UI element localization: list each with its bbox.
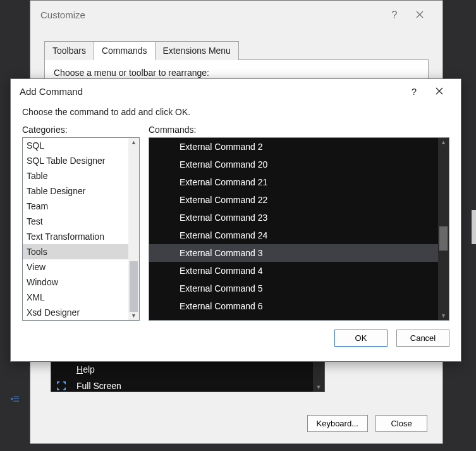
command-item[interactable]: External Command 24 <box>149 226 438 244</box>
command-item[interactable]: External Command 22 <box>149 191 438 209</box>
category-item[interactable]: Xsd Designer <box>23 305 128 320</box>
category-item[interactable]: Text Transformation <box>23 229 128 244</box>
chevron-down-icon[interactable]: ▼ <box>441 312 446 319</box>
scrollbar[interactable]: ▼ <box>313 361 324 392</box>
add-command-titlebar: Add Command ? <box>11 79 461 103</box>
category-item[interactable]: Window <box>23 275 128 290</box>
category-item[interactable]: Table <box>23 168 128 183</box>
categories-listbox[interactable]: SQLSQL Table DesignerTableTable Designer… <box>22 137 140 321</box>
category-item[interactable]: View <box>23 259 128 275</box>
list-item-label: Help <box>76 364 95 374</box>
add-command-title-text: Add Command <box>20 86 83 97</box>
close-icon[interactable] <box>407 9 432 21</box>
commands-listbox[interactable]: External Command 2External Command 20Ext… <box>149 137 449 321</box>
category-item[interactable]: XML <box>23 290 128 305</box>
category-item[interactable]: Team <box>23 199 128 214</box>
command-item[interactable]: External Command 20 <box>149 156 438 173</box>
commands-label: Commands: <box>149 125 449 135</box>
list-item[interactable]: Full Screen <box>51 378 324 394</box>
category-item[interactable]: SQL <box>23 138 128 153</box>
outdent-icon <box>11 395 20 404</box>
categories-label: Categories: <box>22 125 140 135</box>
tab-toolbars[interactable]: Toolbars <box>44 41 94 60</box>
customize-command-list-fragment: Help Full Screen ▼ <box>51 361 325 392</box>
customize-tabs: Toolbars Commands Extensions Menu <box>44 40 429 60</box>
chevron-up-icon[interactable]: ▲ <box>131 139 137 145</box>
close-icon[interactable] <box>427 86 452 97</box>
command-item[interactable]: External Command 5 <box>149 280 438 297</box>
add-command-intro: Choose the command to add and click OK. <box>22 107 449 117</box>
command-item[interactable]: External Command 21 <box>149 173 438 191</box>
tab-commands[interactable]: Commands <box>94 41 156 60</box>
cancel-button[interactable]: Cancel <box>396 330 449 347</box>
choose-label: Choose a menu or toolbar to rearrange: <box>54 68 419 78</box>
list-item[interactable]: Help <box>51 361 324 378</box>
category-item[interactable]: Test <box>23 214 128 229</box>
scrollbar[interactable]: ▲ ▼ <box>438 138 449 320</box>
category-item[interactable]: SQL Table Designer <box>23 153 128 168</box>
chevron-down-icon[interactable]: ▼ <box>316 384 322 390</box>
tab-extensions-menu[interactable]: Extensions Menu <box>155 41 239 60</box>
customize-button-row: Keyboard... Close <box>307 415 428 432</box>
keyboard-button[interactable]: Keyboard... <box>307 415 369 432</box>
category-item[interactable]: Table Designer <box>23 183 128 199</box>
help-icon[interactable]: ? <box>382 9 407 21</box>
list-item-label: Full Screen <box>76 381 121 391</box>
scrollbar[interactable]: ▲ ▼ <box>128 138 139 320</box>
command-item[interactable]: External Command 23 <box>149 209 438 226</box>
scrollbar-thumb[interactable] <box>129 261 138 312</box>
command-item[interactable]: External Command 4 <box>149 262 438 280</box>
category-item[interactable]: Tools <box>23 244 128 259</box>
command-item[interactable]: External Command 2 <box>149 138 438 156</box>
customize-title-text: Customize <box>40 9 85 20</box>
close-button[interactable]: Close <box>375 415 427 432</box>
help-icon[interactable]: ? <box>401 86 427 97</box>
command-item[interactable]: External Command 3 <box>149 244 438 262</box>
customize-side-button-fragment <box>472 210 476 244</box>
chevron-down-icon[interactable]: ▼ <box>131 312 137 319</box>
app-toolbar-fragment <box>0 392 30 407</box>
command-item[interactable]: External Command 6 <box>149 297 438 315</box>
scrollbar-thumb[interactable] <box>439 226 448 251</box>
add-command-dialog: Add Command ? Choose the command to add … <box>10 78 461 362</box>
chevron-up-icon[interactable]: ▲ <box>441 139 446 145</box>
fullscreen-icon <box>55 381 68 390</box>
ok-button[interactable]: OK <box>334 330 388 347</box>
add-command-button-row: OK Cancel <box>22 330 449 347</box>
customize-titlebar: Customize ? <box>30 1 442 29</box>
